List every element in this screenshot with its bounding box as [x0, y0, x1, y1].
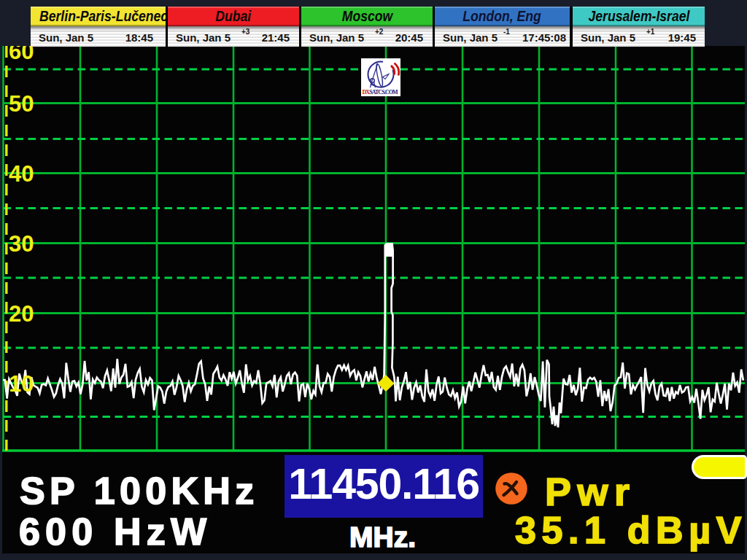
svg-text:20: 20: [9, 301, 34, 327]
svg-text:50: 50: [9, 91, 34, 117]
svg-text:DXSATCS.COM: DXSATCS.COM: [363, 89, 398, 96]
svg-text:10: 10: [9, 371, 34, 397]
svg-text:60: 60: [9, 46, 34, 64]
svg-text:40: 40: [9, 161, 34, 187]
svg-text:30: 30: [9, 231, 34, 257]
